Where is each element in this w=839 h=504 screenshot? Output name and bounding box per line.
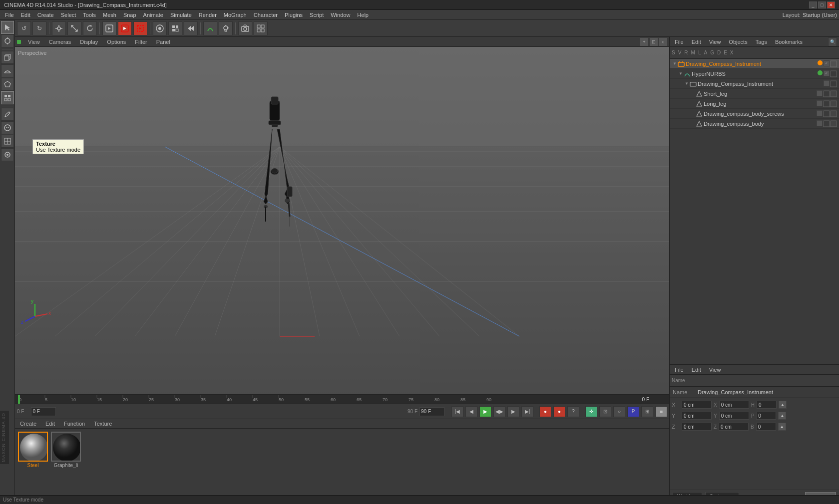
tool-uvw[interactable] — [1, 135, 14, 148]
obj-row-screws[interactable]: Drawing_compass_body_screws — [670, 109, 839, 119]
attr-b-val[interactable] — [756, 423, 776, 431]
anim-info[interactable]: ? — [567, 406, 579, 417]
tool-cube[interactable] — [1, 51, 14, 64]
tl-btn2[interactable]: ⊡ — [599, 406, 611, 417]
om-menu-view[interactable]: View — [706, 38, 724, 46]
play-next[interactable]: ▶ — [507, 406, 519, 417]
menu-window[interactable]: Window — [328, 11, 353, 19]
redo-button[interactable]: ↻ — [32, 21, 46, 35]
vp-expand[interactable]: + — [640, 38, 648, 46]
tool-selection[interactable] — [1, 21, 14, 34]
om-menu-edit[interactable]: Edit — [689, 38, 704, 46]
tool-weight[interactable] — [1, 148, 14, 161]
mat-menu-function[interactable]: Function — [61, 420, 88, 428]
menu-simulate[interactable]: Simulate — [167, 11, 195, 19]
frame-input[interactable] — [31, 407, 56, 416]
menu-tools[interactable]: Tools — [80, 11, 99, 19]
auto-key[interactable]: ● — [553, 406, 565, 417]
anim-btn2[interactable] — [168, 21, 182, 35]
undo-button[interactable]: ↺ — [17, 21, 31, 35]
vp-menu-cameras[interactable]: Cameras — [46, 38, 74, 46]
mat-menu-edit[interactable]: Edit — [42, 420, 58, 428]
move-tool[interactable] — [52, 21, 66, 35]
obj-row-root[interactable]: ▼ Drawing_Compass_Instrument ✓ — [670, 59, 839, 69]
om-menu-objects[interactable]: Objects — [726, 38, 750, 46]
ctrl-ll[interactable] — [817, 100, 823, 106]
tl-btn4[interactable]: P — [627, 406, 639, 417]
menu-edit[interactable]: Edit — [18, 11, 33, 19]
menu-render[interactable]: Render — [196, 11, 220, 19]
obj-row-compass-child[interactable]: ▼ Drawing_Compass_Instrument — [670, 79, 839, 89]
tl-btn6[interactable]: ■ — [655, 406, 667, 417]
attr-h-val[interactable] — [757, 401, 777, 409]
maximize-button[interactable]: □ — [818, 1, 826, 8]
play-prev[interactable]: ◀ — [465, 406, 477, 417]
record-btn[interactable]: ● — [539, 406, 551, 417]
play-fwd[interactable]: ▶ — [479, 406, 491, 417]
ctrl-cc[interactable] — [824, 80, 830, 86]
menu-help[interactable]: Help — [354, 11, 372, 19]
anim-btn3[interactable] — [184, 21, 198, 35]
render-btn[interactable] — [102, 21, 116, 35]
rotate-tool[interactable] — [83, 21, 97, 35]
tool-polygon[interactable] — [1, 78, 14, 91]
attr-menu-edit[interactable]: Edit — [689, 366, 704, 374]
obj-row-short-leg[interactable]: Short_leg — [670, 89, 839, 99]
tl-btn1[interactable]: ✛ — [585, 406, 597, 417]
ctrl-body[interactable] — [817, 120, 823, 126]
attr-x-val1[interactable] — [682, 401, 712, 409]
menu-plugins[interactable]: Plugins — [282, 11, 306, 19]
deform-btn[interactable] — [203, 21, 217, 35]
anim-btn[interactable] — [153, 21, 167, 35]
play-first[interactable]: |◀ — [451, 406, 463, 417]
obj-row-hypernurbs[interactable]: ▼ HyperNURBS ✓ — [670, 69, 839, 79]
menu-mesh[interactable]: Mesh — [100, 11, 119, 19]
mat-menu-texture[interactable]: Texture — [91, 420, 115, 428]
om-menu-file[interactable]: File — [672, 38, 687, 46]
menu-file[interactable]: File — [2, 11, 17, 19]
ctrl-hn[interactable]: ✓ — [824, 70, 830, 76]
attr-menu-file[interactable]: File — [672, 366, 687, 374]
attr-z-up[interactable]: ▲ — [778, 423, 786, 431]
vp-menu-display[interactable]: Display — [77, 38, 101, 46]
tl-btn5[interactable]: ⊞ — [641, 406, 653, 417]
attr-y-val2[interactable] — [719, 412, 749, 420]
ctrl-screws[interactable] — [817, 110, 823, 116]
tool-surface[interactable] — [1, 64, 14, 77]
light-btn[interactable] — [219, 21, 233, 35]
attr-y-up[interactable]: ▲ — [778, 412, 786, 420]
ctrl1[interactable]: ✓ — [824, 60, 830, 66]
play-rev[interactable]: ◀▶ — [493, 406, 505, 417]
minimize-button[interactable]: _ — [809, 1, 817, 8]
attr-y-val1[interactable] — [682, 412, 712, 420]
scale-tool[interactable] — [67, 21, 81, 35]
tool-sculpt[interactable] — [1, 121, 14, 134]
vp-menu-panel[interactable]: Panel — [153, 38, 173, 46]
attr-x-up[interactable]: ▲ — [779, 401, 787, 409]
menu-character[interactable]: Character — [251, 11, 281, 19]
material-steel[interactable]: Steel — [18, 432, 48, 501]
attr-z-val1[interactable] — [682, 423, 712, 431]
om-search-icon[interactable]: 🔍 — [828, 37, 837, 46]
tool-move[interactable] — [1, 34, 14, 47]
timeline-ruler[interactable]: 0 5 10 15 20 25 30 35 40 45 — [15, 395, 669, 404]
obj-row-long-leg[interactable]: Long_leg — [670, 99, 839, 109]
viewport-3d[interactable]: x y z Perspective Texture — [15, 47, 669, 394]
attr-p-val[interactable] — [756, 412, 776, 420]
close-button[interactable]: ✕ — [827, 1, 835, 8]
vp-icon1[interactable]: ⊡ — [650, 38, 658, 46]
tl-btn3[interactable]: ○ — [613, 406, 625, 417]
render-region[interactable] — [133, 21, 147, 35]
end-frame-input[interactable] — [420, 407, 444, 416]
attr-x-val2[interactable] — [719, 401, 749, 409]
menu-animate[interactable]: Animate — [140, 11, 166, 19]
tool-pen[interactable] — [1, 108, 14, 121]
om-menu-tags[interactable]: Tags — [753, 38, 770, 46]
attr-z-val2[interactable] — [719, 423, 749, 431]
om-menu-bookmarks[interactable]: Bookmarks — [772, 38, 806, 46]
attr-menu-view[interactable]: View — [706, 366, 724, 374]
vp-menu-view[interactable]: View — [25, 38, 43, 46]
ctrl-sl[interactable] — [817, 90, 823, 96]
menu-create[interactable]: Create — [34, 11, 57, 19]
menu-snap[interactable]: Snap — [120, 11, 139, 19]
